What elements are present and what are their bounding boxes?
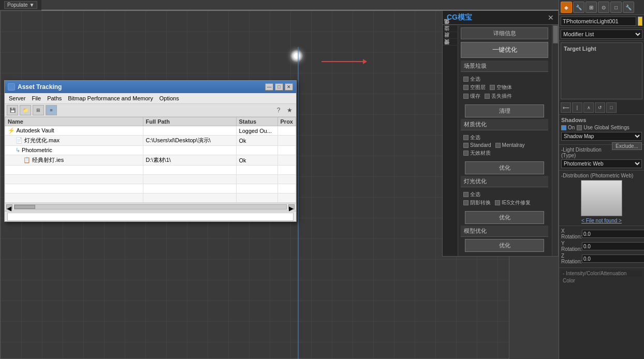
table-row[interactable]: ↳ Photometric — [5, 146, 296, 155]
target-light-label: Target Light — [564, 46, 639, 52]
populate-button[interactable]: Populate ▼ — [4, 1, 37, 9]
table-row[interactable] — [5, 175, 296, 184]
shadow-convert-checkbox[interactable] — [463, 200, 469, 205]
at-scroll-right-btn[interactable]: ▶ — [288, 204, 295, 210]
rp-icon-utilities[interactable]: 🔧 — [623, 2, 634, 13]
at-minimize-button[interactable]: — — [265, 83, 273, 91]
at-cell-prox — [277, 155, 296, 166]
at-menu-options[interactable]: Options — [156, 94, 182, 102]
cg-scrollbar[interactable] — [552, 25, 558, 256]
cg-tab-scene[interactable]: 场景优化 — [443, 25, 458, 32]
scene-garbage-options: 全选 空图层 空物体 — [461, 74, 548, 103]
at-close-button[interactable]: ✕ — [285, 83, 293, 91]
cg-main-content: 详细信息 一键优化 场景垃圾 全选 — [458, 25, 558, 256]
missing-plugin-checkbox[interactable] — [485, 94, 490, 99]
at-menu-server[interactable]: Server — [6, 94, 28, 102]
y-rotation-input[interactable] — [582, 242, 644, 250]
shadow-map-select[interactable]: Shadow Map — [561, 132, 642, 141]
empty-obj-checkbox[interactable] — [490, 85, 495, 90]
cg-tab-material[interactable]: 材质 — [443, 38, 458, 45]
at-menu-paths[interactable]: Paths — [44, 94, 65, 102]
ies-repair-checkbox[interactable] — [495, 200, 500, 205]
at-status-input[interactable] — [7, 213, 294, 221]
one-click-optimize-button[interactable]: 一键优化 — [461, 42, 548, 58]
at-title-text: Asset Tracking — [18, 83, 62, 91]
at-cell-name: 📄 灯光优化.max — [5, 136, 143, 146]
at-scrollbar-track[interactable] — [14, 204, 287, 210]
si-icon-up[interactable]: ∧ — [583, 102, 594, 113]
light-dist-select[interactable]: Photometric Web — [561, 159, 642, 168]
z-rotation-input[interactable] — [582, 255, 644, 263]
empty-layer-checkbox[interactable] — [463, 85, 469, 90]
si-icon-box[interactable]: □ — [606, 102, 617, 113]
cg-tab-render[interactable]: 渲染 — [443, 32, 458, 38]
file-not-found-link[interactable]: < File not found > — [561, 218, 642, 223]
mat-select-all-checkbox[interactable] — [463, 135, 469, 140]
light-optimize-button[interactable]: 优化 — [465, 211, 544, 224]
at-save-button[interactable]: 💾 — [7, 105, 18, 115]
cg-scroll-thumb[interactable] — [553, 25, 558, 43]
at-folder-button[interactable]: 📁 — [20, 105, 31, 115]
cg-panel-title: CG模宝 — [447, 13, 472, 22]
cg-tab-file[interactable]: 文件管理 — [443, 45, 458, 52]
table-row[interactable] — [5, 184, 296, 193]
at-menu-bitmap[interactable]: Bitmap Performance and Memory — [65, 94, 156, 102]
cg-panel-header: CG模宝 ✕ — [443, 11, 558, 25]
select-all-checkbox[interactable] — [463, 77, 469, 82]
si-icon-back[interactable]: ⟵ — [561, 102, 571, 113]
exclude-button[interactable]: Exclude... — [612, 142, 642, 150]
rp-icon-diamond[interactable]: ◆ — [561, 2, 572, 13]
at-col-status: Status — [236, 117, 277, 126]
rp-icon-modify[interactable]: 🔧 — [573, 2, 584, 13]
scene-garbage-header: 场景垃圾 — [461, 61, 548, 72]
at-horizontal-scrollbar[interactable]: ◀ ▶ — [5, 203, 296, 211]
object-color-box[interactable] — [638, 17, 642, 26]
si-icon-separator[interactable]: | — [572, 102, 582, 113]
at-list-button[interactable]: ≡ — [46, 105, 57, 115]
z-rotation-row: Z Rotation: ▲ ▼ — [561, 253, 642, 264]
shadows-global-checkbox[interactable] — [577, 125, 582, 130]
cg-close-button[interactable]: ✕ — [548, 13, 554, 22]
table-row[interactable]: 📄 灯光优化.max C:\Users\xl\Desktop\演示\ Ok — [5, 136, 296, 146]
clean-button[interactable]: 清理 — [465, 104, 544, 117]
rp-icon-display[interactable]: □ — [610, 2, 622, 13]
at-scroll-left-btn[interactable]: ◀ — [6, 204, 12, 210]
at-cell-status: Ok — [236, 155, 277, 166]
at-cell-prox — [277, 126, 296, 136]
arrow-line — [321, 61, 363, 62]
mat-select-all-label: 全选 — [470, 134, 480, 141]
at-maximize-button[interactable]: □ — [275, 83, 283, 91]
si-icon-refresh[interactable]: ↺ — [595, 102, 605, 113]
intensity-title[interactable]: - Intensity/Color/Attenuation — [561, 270, 642, 277]
at-scrollbar-thumb[interactable] — [14, 205, 35, 209]
modifier-list-select[interactable]: Modifier List — [561, 29, 642, 39]
at-cell-name: ↳ Photometric — [5, 146, 143, 155]
table-row[interactable]: ⚡ Autodesk Vault Logged Ou... — [5, 126, 296, 136]
mentalray-label: Mentalray — [502, 142, 525, 148]
cg-panel-body: 场景优化 渲染 材质 文件管理 详细信息 一键优化 — [443, 25, 558, 256]
invalid-mat-checkbox[interactable] — [463, 151, 469, 156]
x-rotation-input[interactable] — [582, 230, 644, 238]
at-help-icon[interactable]: ? — [274, 106, 283, 115]
at-menu-file[interactable]: File — [28, 94, 44, 102]
object-name-input[interactable] — [561, 17, 636, 26]
dropdown-arrow-icon: ▼ — [29, 2, 34, 8]
at-grid-button[interactable]: ⊞ — [33, 105, 44, 115]
table-row[interactable]: 📋 经典射灯.ies D:\素材\1\ Ok — [5, 155, 296, 166]
rp-icon-hierarchy[interactable]: ⊞ — [586, 2, 597, 13]
table-row[interactable] — [5, 193, 296, 203]
at-settings-icon[interactable]: ★ — [285, 106, 294, 115]
standard-checkbox[interactable] — [463, 143, 469, 148]
table-row[interactable] — [5, 166, 296, 175]
rp-icon-motion[interactable]: ⊙ — [598, 2, 609, 13]
model-optimize-button[interactable]: 优化 — [465, 239, 544, 252]
z-rotation-label: Z Rotation: — [561, 253, 582, 264]
at-table-container: Name Full Path Status Prox ⚡ Autodesk Va… — [5, 117, 296, 203]
cache-checkbox[interactable] — [463, 94, 469, 99]
detail-info-button[interactable]: 详细信息 — [461, 27, 548, 39]
material-optimize-button[interactable]: 优化 — [465, 161, 544, 174]
shadows-on-checkbox[interactable] — [561, 125, 566, 130]
light-select-all-checkbox[interactable] — [463, 192, 469, 197]
select-all-label: 全选 — [470, 76, 480, 83]
mentalray-checkbox[interactable] — [495, 143, 501, 148]
